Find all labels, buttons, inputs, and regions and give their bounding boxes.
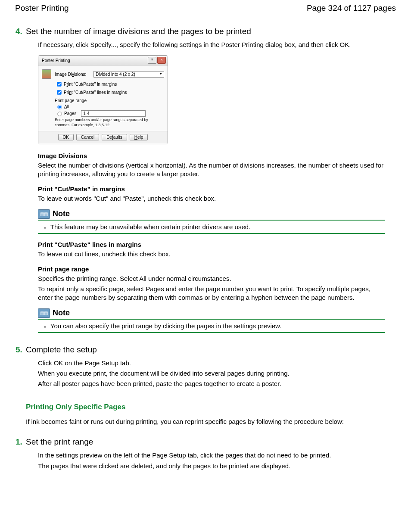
def-title: Image Divisions (38, 152, 385, 159)
section-heading: Printing Only Specific Pages (26, 403, 385, 411)
def-title: Print page range (38, 265, 385, 273)
def-text: Select the number of divisions (vertical… (38, 161, 385, 179)
def-title: Print "Cut/Paste" in margins (38, 185, 385, 193)
step-text: In the settings preview on the left of t… (38, 451, 385, 460)
def-text: To reprint only a specific page, select … (38, 285, 385, 302)
doc-title: Poster Printing (15, 3, 69, 13)
step-intro: If necessary, click Specify..., specify … (38, 40, 385, 49)
checkbox-input[interactable] (57, 82, 61, 87)
dialog-title: Poster Printing (42, 58, 70, 63)
def-text: Specifies the printing range. Select All… (38, 274, 385, 283)
cut-paste-lines-checkbox[interactable]: Print "Cut/Paste" lines in margins (55, 88, 164, 96)
pages-hint: Enter page numbers and/or page ranges se… (55, 118, 164, 128)
step-text: After all poster pages have been printed… (38, 380, 385, 388)
checkbox-input[interactable] (57, 90, 61, 95)
radio-label: Pages: (64, 111, 78, 116)
ok-button[interactable]: OK (58, 134, 74, 140)
note-item: You can also specify the print range by … (44, 322, 385, 330)
close-icon[interactable]: × (157, 57, 166, 64)
checkbox-label: Print "Cut/Paste" lines in margins (64, 90, 127, 95)
step-text: Click OK on the Page Setup tab. (38, 359, 385, 367)
dialog-help-icon[interactable]: ? (148, 57, 156, 64)
def-text: To leave out words "Cut" and "Paste", un… (38, 194, 385, 203)
radio-label: All (64, 104, 69, 109)
radio-input[interactable] (57, 105, 62, 109)
step-number: 5. (16, 345, 22, 355)
pages-input[interactable]: 1-4 (81, 110, 146, 117)
page-header: Poster Printing Page 324 of 1127 pages (0, 0, 411, 15)
step-number: 4. (16, 27, 22, 36)
note-item: This feature may be unavailable when cer… (44, 223, 385, 230)
step-text: When you execute print, the document wil… (38, 369, 385, 378)
step-title: Set the print range (26, 437, 385, 447)
image-divisions-select[interactable]: Divided into 4 (2 x 2) (93, 71, 164, 78)
poster-icon (42, 69, 51, 79)
note-block: ▤▤ Note You can also specify the print r… (38, 308, 385, 333)
note-title: Note (53, 308, 70, 317)
note-icon: ▤▤ (38, 308, 50, 318)
note-title: Note (53, 209, 70, 218)
def-title: Print "Cut/Paste" lines in margins (38, 241, 385, 248)
print-page-range-label: Print page range (55, 98, 164, 103)
step-5: 5. Complete the setup Click OK on the Pa… (26, 345, 385, 389)
radio-pages[interactable]: Pages: 1-4 (55, 110, 164, 117)
step-title: Set the number of image divisions and th… (26, 27, 385, 36)
page-counter: Page 324 of 1127 pages (307, 3, 396, 13)
step-title: Complete the setup (26, 345, 385, 355)
note-icon: ▤▤ (38, 209, 50, 219)
section-intro: If ink becomes faint or runs out during … (26, 418, 385, 425)
help-button[interactable]: Help (130, 134, 148, 140)
step-4: 4. Set the number of image divisions and… (26, 27, 385, 203)
cancel-button[interactable]: Cancel (76, 134, 99, 140)
defaults-button[interactable]: Defaults (102, 134, 127, 140)
dialog-titlebar: Poster Printing ? × (38, 56, 168, 65)
radio-input[interactable] (57, 112, 62, 116)
step-number: 1. (16, 437, 22, 447)
cut-paste-margins-checkbox[interactable]: Print "Cut/Paste" in margins (55, 80, 164, 88)
note-block: ▤▤ Note This feature may be unavailable … (38, 209, 385, 234)
checkbox-label: Print "Cut/Paste" in margins (64, 82, 117, 87)
image-divisions-label: Image Divisions: (55, 72, 93, 77)
poster-printing-dialog: Poster Printing ? × Image Divisions: Div… (38, 55, 168, 144)
radio-all[interactable]: All (55, 103, 164, 110)
def-text: To leave out cut lines, uncheck this che… (38, 250, 385, 258)
step-text: The pages that were clicked are deleted,… (38, 462, 385, 470)
content-area: 4. Set the number of image divisions and… (0, 27, 411, 489)
section2-step-1: 1. Set the print range In the settings p… (26, 437, 385, 470)
